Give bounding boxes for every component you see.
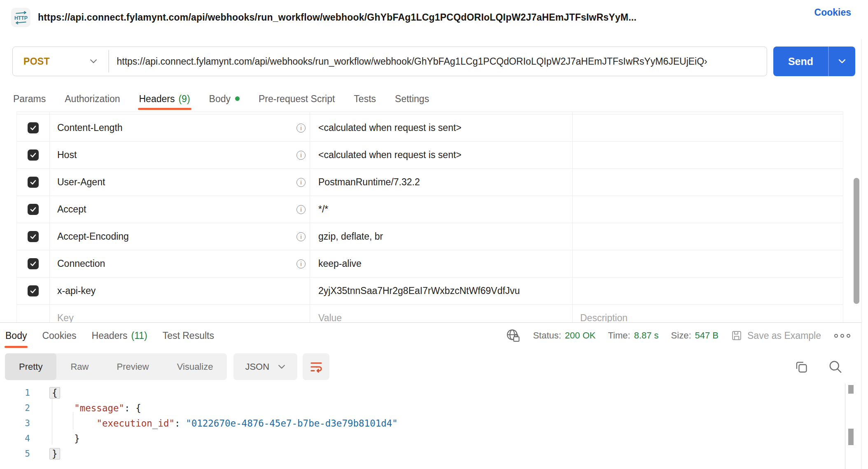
request-tab[interactable]: Body (209, 86, 240, 111)
header-description-cell[interactable] (573, 223, 843, 250)
header-key: User-Agent (57, 177, 105, 188)
response-tab[interactable]: Body (5, 323, 27, 348)
line-number: 1 (0, 388, 30, 398)
header-enabled-checkbox[interactable] (28, 285, 39, 296)
code-scrollbar-mark[interactable] (848, 429, 854, 445)
line-content: "execution_id": "0122670e-4876-45e7-b7be… (49, 418, 398, 429)
globe-lock-icon[interactable] (506, 328, 520, 343)
header-enabled-checkbox[interactable] (28, 149, 39, 161)
tab-count-badge: (9) (178, 93, 190, 105)
code-token (52, 418, 96, 429)
header-key-cell[interactable]: Host i (50, 142, 310, 168)
info-icon[interactable]: i (296, 124, 306, 133)
tab-label: Settings (395, 93, 429, 105)
method-label: POST (23, 56, 50, 67)
response-tab[interactable]: Headers (11) (92, 323, 147, 348)
response-panel: Body Cookies Headers (11) Test Results (0, 322, 861, 469)
copy-icon[interactable] (794, 359, 809, 374)
header-description-cell[interactable] (573, 196, 843, 223)
view-tab[interactable]: Pretty (5, 353, 56, 380)
tab-label: Tests (354, 93, 376, 105)
new-description-input[interactable]: Description (573, 305, 843, 322)
status-label: Status: (533, 330, 561, 341)
view-tab[interactable]: Visualize (163, 353, 227, 380)
request-title: https://api.connect.fylamynt.com/api/web… (38, 0, 637, 35)
header-key-cell[interactable]: Connection i (50, 250, 310, 277)
header-row: User-Agent i PostmanRuntime/7.32.2 (17, 169, 843, 196)
info-icon[interactable]: i (296, 232, 306, 241)
view-tab[interactable]: Preview (103, 353, 163, 380)
new-value-input[interactable]: Value (310, 305, 573, 322)
header-value-cell[interactable]: <calculated when request is sent> (310, 114, 573, 141)
header-key: Host (57, 149, 77, 161)
header-row: Content-Length i <calculated when reques… (17, 114, 843, 142)
vertical-scrollbar-thumb[interactable] (854, 178, 859, 304)
header-row: Connection i keep-alive (17, 250, 843, 278)
size-metric: Size: 547 B (671, 330, 719, 341)
info-icon[interactable]: i (296, 205, 306, 214)
search-icon[interactable] (828, 359, 843, 374)
header-value-cell[interactable]: <calculated when request is sent> (310, 142, 573, 168)
status-value: 200 OK (565, 330, 596, 341)
request-tab[interactable]: Headers (9) (139, 86, 190, 111)
info-icon[interactable]: i (296, 178, 306, 187)
header-value-cell[interactable]: */* (310, 196, 573, 223)
line-content: } (49, 433, 80, 444)
header-value-cell[interactable]: 2yjX35tnnSaa7Hr2g8EaI7rWxbzcNtWf69VdfJvu (310, 278, 573, 304)
header-enabled-checkbox[interactable] (28, 122, 39, 133)
headers-table: Content-Length i <calculated when reques… (16, 112, 843, 322)
info-icon[interactable]: i (296, 259, 306, 268)
request-tab[interactable]: Settings (395, 86, 429, 111)
header-description-cell[interactable] (573, 250, 843, 277)
wrap-text-button[interactable] (303, 353, 329, 380)
header-enabled-checkbox[interactable] (28, 177, 39, 188)
more-options-icon[interactable] (833, 334, 851, 338)
header-row: x-api-key i 2yjX35tnnSaa7Hr2g8EaI7rWxbzc… (17, 278, 843, 305)
request-tab[interactable]: Params (13, 86, 46, 111)
send-button[interactable]: Send (773, 47, 855, 76)
header-value-cell[interactable]: keep-alive (310, 250, 573, 277)
floppy-icon (731, 330, 742, 341)
tab-label: Headers (92, 330, 128, 341)
header-description-cell[interactable] (573, 142, 843, 168)
cookies-link[interactable]: Cookies (814, 0, 851, 25)
header-description-cell[interactable] (573, 114, 843, 141)
header-key: Accept (57, 204, 86, 215)
header-description-cell[interactable] (573, 278, 843, 304)
info-icon[interactable]: i (296, 151, 306, 160)
format-selector[interactable]: JSON (233, 353, 297, 380)
method-selector[interactable]: POST (13, 56, 108, 67)
response-tab[interactable]: Cookies (42, 323, 76, 348)
line-number: 3 (0, 418, 30, 428)
header-key-cell[interactable]: Accept-Encoding i (50, 223, 310, 250)
header-enabled-checkbox[interactable] (28, 231, 39, 242)
code-token: } (52, 433, 80, 444)
view-tab[interactable]: Raw (56, 353, 103, 380)
response-tab[interactable]: Test Results (163, 323, 214, 348)
header-checkbox-cell (17, 142, 50, 168)
code-scrollbar-thumb[interactable] (848, 385, 854, 394)
header-key-cell[interactable]: Content-Length i (50, 114, 310, 141)
code-token (52, 403, 74, 413)
url-input[interactable]: https://api.connect.fylamynt.com/api/web… (109, 56, 767, 67)
send-options-dropdown[interactable] (829, 58, 856, 64)
new-key-input[interactable]: Key (50, 305, 310, 322)
request-tab[interactable]: Tests (354, 86, 376, 111)
save-as-example-button[interactable]: Save as Example (731, 330, 821, 341)
code-line: 2 "message": { (0, 400, 861, 415)
header-value-cell[interactable]: gzip, deflate, br (310, 223, 573, 250)
header-key-cell[interactable]: x-api-key i (50, 278, 310, 304)
header-checkbox-cell (17, 250, 50, 277)
line-number: 2 (0, 403, 30, 413)
code-scrollbar-track (845, 383, 845, 469)
header-description-cell[interactable] (573, 169, 843, 196)
header-enabled-checkbox[interactable] (28, 258, 39, 269)
header-value-cell[interactable]: PostmanRuntime/7.32.2 (310, 169, 573, 196)
header-key-cell[interactable]: User-Agent i (50, 169, 310, 196)
request-tab[interactable]: Authorization (65, 86, 120, 111)
modified-indicator-dot (235, 96, 240, 101)
request-tab[interactable]: Pre-request Script (259, 86, 335, 111)
header-enabled-checkbox[interactable] (28, 204, 39, 215)
header-key-cell[interactable]: Accept i (50, 196, 310, 223)
line-content: { (49, 387, 60, 399)
